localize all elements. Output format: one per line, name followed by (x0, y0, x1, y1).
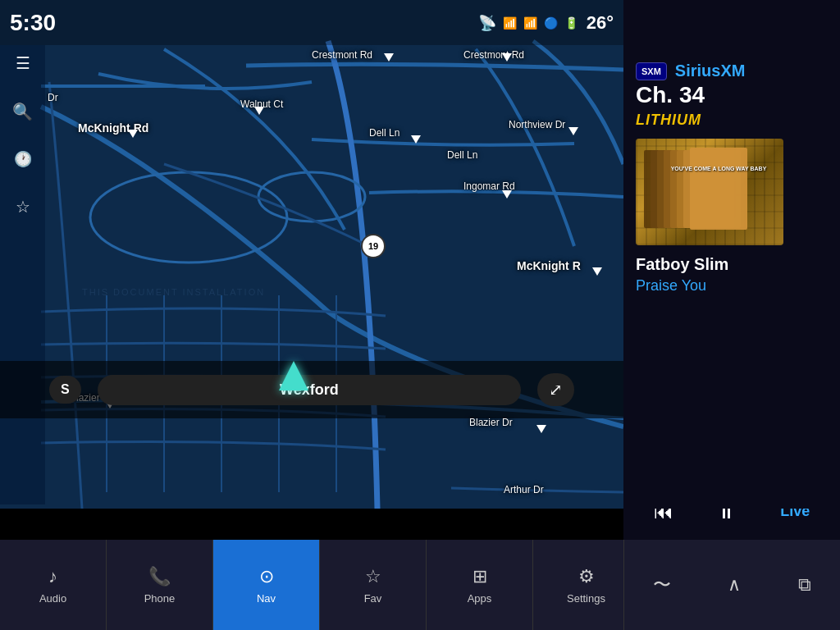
battery-icon: 🔋 (564, 16, 578, 30)
route-marker-10 (536, 425, 546, 433)
sirius-xm-panel: SXM SiriusXM Ch. 34 LITHIUM YOU'VE COME … (623, 0, 840, 509)
nav-bottom-controls: S Wexford ⤢ (0, 361, 623, 418)
album-art-label: YOU'VE COME A LONG WAY BABY (644, 146, 775, 238)
route-marker-4 (502, 53, 512, 62)
wave-down-button[interactable]: 〜 (645, 568, 679, 601)
route-19-shield: 19 (361, 234, 386, 258)
nav-apps-label: Apps (468, 592, 492, 605)
nav-nav[interactable]: ⊙ Nav (213, 540, 320, 630)
song-name: Praise You (636, 277, 828, 294)
nav-apps[interactable]: ⊞ Apps (427, 540, 533, 630)
wifi-icon: 📶 (523, 16, 537, 30)
route-marker-3 (384, 53, 394, 62)
nav-phone-label: Phone (144, 592, 176, 605)
nav-fav[interactable]: ☆ Fav (320, 540, 427, 630)
pages-button[interactable]: ⧉ (790, 570, 819, 600)
fav-icon: ☆ (365, 566, 381, 587)
radio-icon: 📡 (478, 14, 496, 32)
status-bar: 5:30 📡 📶 📶 🔵 🔋 26° (0, 0, 623, 45)
route-marker-2 (254, 107, 264, 115)
nav-audio-label: Audio (39, 592, 66, 605)
route-marker-7 (502, 190, 512, 199)
svg-rect-12 (690, 148, 747, 230)
svg-text:YOU'VE COME A LONG WAY BABY: YOU'VE COME A LONG WAY BABY (671, 166, 767, 171)
nav-phone[interactable]: 📞 Phone (107, 540, 213, 630)
sxm-title: SiriusXM (675, 62, 746, 80)
route-marker-6 (568, 127, 578, 135)
channel-number: Ch. 34 (636, 82, 828, 108)
favorites-icon[interactable]: ☆ (16, 197, 30, 217)
wave-up-button[interactable]: ∧ (719, 570, 749, 600)
nav-nav-label: Nav (257, 592, 276, 605)
nav-audio[interactable]: ♪ Audio (0, 540, 107, 630)
route-marker-5 (411, 135, 421, 144)
station-name: LITHIUM (636, 112, 828, 129)
route-marker-1 (128, 130, 138, 138)
direction-indicator: S (49, 376, 81, 404)
nav-fav-label: Fav (364, 592, 382, 605)
apps-icon: ⊞ (472, 566, 487, 587)
menu-icon[interactable]: ☰ (16, 53, 30, 73)
car-position-indicator (279, 361, 308, 390)
sxm-logo-area: SXM SiriusXM (636, 62, 828, 80)
bottom-navigation: ♪ Audio 📞 Phone ⊙ Nav ☆ Fav ⊞ Apps ⚙ Set… (0, 540, 840, 630)
search-icon[interactable]: 🔍 (12, 102, 33, 121)
map-container: McKnight Rd Walnut Ct Crestmont Rd Crest… (0, 0, 623, 509)
nav-icon: ⊙ (259, 566, 274, 587)
settings-icon: ⚙ (578, 566, 595, 587)
recenter-button[interactable]: ⤢ (537, 373, 574, 406)
destination-display: Wexford (98, 375, 521, 405)
route-marker-8 (592, 267, 602, 276)
antenna-icon: 📶 (503, 16, 517, 30)
left-sidebar: ☰ 🔍 🕐 ☆ (0, 45, 45, 504)
phone-icon: 📞 (148, 566, 171, 587)
audio-icon: ♪ (48, 566, 57, 587)
history-icon[interactable]: 🕐 (14, 150, 32, 168)
bottom-right-controls: 〜 ∧ ⧉ (623, 540, 840, 630)
clock: 5:30 (10, 10, 56, 36)
temperature: 26° (587, 12, 614, 34)
nav-settings-label: Settings (567, 592, 605, 605)
status-icons: 📡 📶 📶 🔵 🔋 (478, 14, 578, 32)
svg-rect-0 (0, 0, 623, 509)
sxm-badge: SXM (636, 62, 667, 80)
artist-name: Fatboy Slim (636, 255, 828, 274)
album-art: YOU'VE COME A LONG WAY BABY (636, 139, 783, 245)
bluetooth-icon: 🔵 (544, 16, 558, 30)
